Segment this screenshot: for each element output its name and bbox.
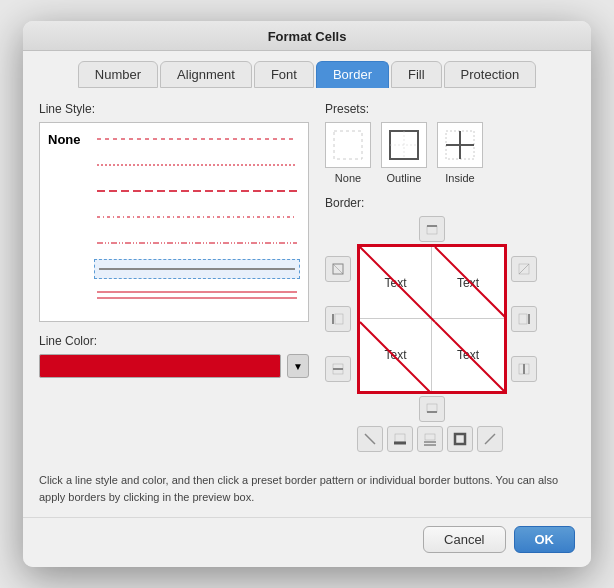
solid-sample [94,259,300,279]
line-style-box: None [39,122,309,322]
line-color-label: Line Color: [39,334,309,348]
color-swatch[interactable] [39,354,281,378]
presets-section: Presets: None [325,102,575,184]
border-btn-middle-h[interactable] [325,356,351,382]
format-cells-dialog: Format Cells Number Alignment Font Borde… [23,21,591,567]
svg-line-23 [360,247,435,322]
dashed-short-sample [94,181,300,201]
border-btn-top-corner[interactable] [325,256,351,282]
preset-inside-label: Inside [445,172,474,184]
tab-font[interactable]: Font [254,61,314,88]
line-style-solid[interactable] [48,259,300,279]
svg-rect-38 [425,434,435,440]
tab-alignment[interactable]: Alignment [160,61,252,88]
svg-line-24 [435,247,504,322]
border-btn-diag-up[interactable] [477,426,503,452]
none-sample [94,129,300,149]
border-btn-thick-bottom[interactable] [387,426,413,452]
svg-line-35 [365,434,375,444]
border-btn-left[interactable] [325,306,351,332]
border-btn-double-bottom[interactable] [417,426,443,452]
hint-text: Click a line style and color, and then c… [23,472,591,505]
border-label: Border: [325,196,575,210]
dash-dot-sample [94,207,300,227]
diagonal-lines [360,247,504,391]
border-btn-right[interactable] [511,306,537,332]
svg-rect-18 [335,314,343,324]
svg-line-30 [519,264,529,274]
double-sample [94,285,300,305]
dash-dot-dot-sample [94,233,300,253]
border-btn-diag-down[interactable] [357,426,383,452]
svg-line-26 [435,322,504,391]
tab-border[interactable]: Border [316,61,389,88]
presets-row: None Outline [325,122,575,184]
line-style-none[interactable]: None [48,129,300,149]
border-btn-top-right[interactable] [511,256,537,282]
footer: Cancel OK [23,517,591,567]
preset-outline-label: Outline [387,172,422,184]
line-style-label: Line Style: [39,102,309,116]
color-dropdown-arrow[interactable]: ▼ [287,354,309,378]
tab-fill[interactable]: Fill [391,61,442,88]
preset-none-icon [325,122,371,168]
line-style-double[interactable] [48,285,300,305]
tab-bar: Number Alignment Font Border Fill Protec… [23,51,591,88]
ok-button[interactable]: OK [514,526,576,553]
svg-rect-8 [334,131,362,159]
svg-line-25 [360,322,435,391]
svg-rect-21 [427,226,437,234]
tab-number[interactable]: Number [78,61,158,88]
cancel-button[interactable]: Cancel [423,526,505,553]
border-section: Border: [325,196,575,452]
line-style-dashed-short[interactable] [48,181,300,201]
none-label: None [48,132,86,147]
left-panel: Line Style: None [39,102,309,452]
line-style-dash-dot-dot[interactable] [48,233,300,253]
border-btn-thick-box[interactable] [447,426,473,452]
dotted-sample [94,155,300,175]
svg-rect-36 [395,434,405,442]
preset-inside[interactable]: Inside [437,122,483,184]
border-preview[interactable]: Text Text Text Text [357,244,507,394]
line-color-row: ▼ [39,354,309,378]
line-style-dotted[interactable] [48,155,300,175]
border-btn-top[interactable] [419,216,445,242]
svg-line-16 [333,264,343,274]
svg-line-42 [485,434,495,444]
svg-rect-27 [427,404,437,412]
preset-inside-icon [437,122,483,168]
line-style-dash-dot[interactable] [48,207,300,227]
border-btn-bottom[interactable] [419,396,445,422]
svg-rect-31 [519,314,527,324]
dialog-title: Format Cells [23,21,591,51]
presets-label: Presets: [325,102,575,116]
preset-outline[interactable]: Outline [381,122,427,184]
border-btn-middle-v[interactable] [511,356,537,382]
tab-protection[interactable]: Protection [444,61,537,88]
svg-rect-41 [455,434,465,444]
right-panel: Presets: None [325,102,575,452]
preset-outline-icon [381,122,427,168]
line-color-section: Line Color: ▼ [39,334,309,378]
main-content: Line Style: None [23,88,591,462]
preset-none-label: None [335,172,361,184]
preset-none[interactable]: None [325,122,371,184]
